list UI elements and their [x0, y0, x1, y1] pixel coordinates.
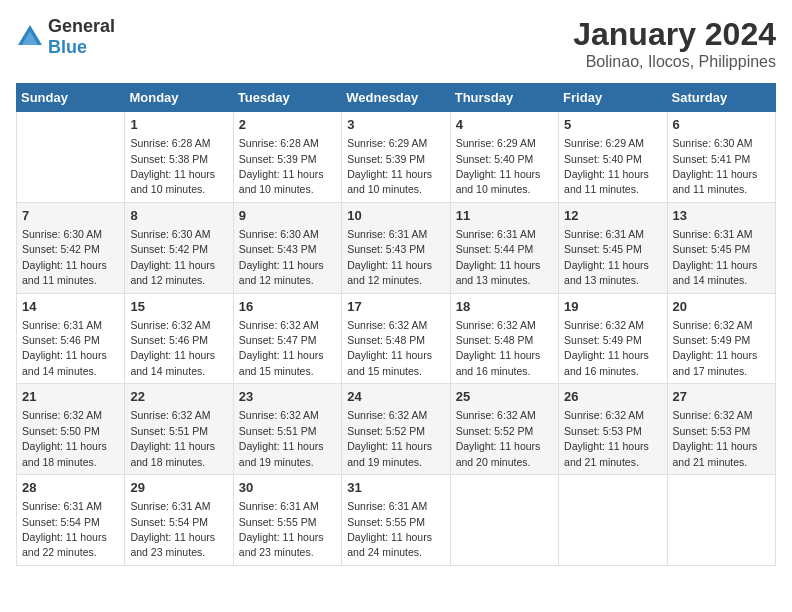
day-number: 23 — [239, 388, 336, 406]
day-number: 28 — [22, 479, 119, 497]
day-info: Sunrise: 6:31 AM Sunset: 5:44 PM Dayligh… — [456, 228, 541, 286]
day-number: 27 — [673, 388, 770, 406]
day-info: Sunrise: 6:31 AM Sunset: 5:54 PM Dayligh… — [22, 500, 107, 558]
day-info: Sunrise: 6:32 AM Sunset: 5:52 PM Dayligh… — [347, 409, 432, 467]
logo-blue: Blue — [48, 37, 87, 57]
day-info: Sunrise: 6:32 AM Sunset: 5:50 PM Dayligh… — [22, 409, 107, 467]
column-header-sunday: Sunday — [17, 84, 125, 112]
calendar-cell: 22Sunrise: 6:32 AM Sunset: 5:51 PM Dayli… — [125, 384, 233, 475]
day-number: 24 — [347, 388, 444, 406]
week-row-1: 1Sunrise: 6:28 AM Sunset: 5:38 PM Daylig… — [17, 112, 776, 203]
day-number: 22 — [130, 388, 227, 406]
calendar-cell — [450, 475, 558, 566]
day-number: 17 — [347, 298, 444, 316]
day-number: 11 — [456, 207, 553, 225]
calendar-cell: 27Sunrise: 6:32 AM Sunset: 5:53 PM Dayli… — [667, 384, 775, 475]
day-info: Sunrise: 6:29 AM Sunset: 5:40 PM Dayligh… — [456, 137, 541, 195]
main-title: January 2024 — [573, 16, 776, 53]
day-number: 3 — [347, 116, 444, 134]
day-number: 21 — [22, 388, 119, 406]
calendar-cell: 21Sunrise: 6:32 AM Sunset: 5:50 PM Dayli… — [17, 384, 125, 475]
logo-icon — [16, 23, 44, 51]
calendar-cell: 13Sunrise: 6:31 AM Sunset: 5:45 PM Dayli… — [667, 202, 775, 293]
calendar-cell: 8Sunrise: 6:30 AM Sunset: 5:42 PM Daylig… — [125, 202, 233, 293]
day-info: Sunrise: 6:31 AM Sunset: 5:45 PM Dayligh… — [564, 228, 649, 286]
day-info: Sunrise: 6:29 AM Sunset: 5:40 PM Dayligh… — [564, 137, 649, 195]
day-info: Sunrise: 6:28 AM Sunset: 5:39 PM Dayligh… — [239, 137, 324, 195]
logo-general: General — [48, 16, 115, 36]
column-header-tuesday: Tuesday — [233, 84, 341, 112]
day-number: 6 — [673, 116, 770, 134]
day-info: Sunrise: 6:29 AM Sunset: 5:39 PM Dayligh… — [347, 137, 432, 195]
week-row-2: 7Sunrise: 6:30 AM Sunset: 5:42 PM Daylig… — [17, 202, 776, 293]
calendar-cell: 26Sunrise: 6:32 AM Sunset: 5:53 PM Dayli… — [559, 384, 667, 475]
calendar-cell: 31Sunrise: 6:31 AM Sunset: 5:55 PM Dayli… — [342, 475, 450, 566]
week-row-4: 21Sunrise: 6:32 AM Sunset: 5:50 PM Dayli… — [17, 384, 776, 475]
day-number: 26 — [564, 388, 661, 406]
calendar-cell: 19Sunrise: 6:32 AM Sunset: 5:49 PM Dayli… — [559, 293, 667, 384]
day-info: Sunrise: 6:30 AM Sunset: 5:42 PM Dayligh… — [130, 228, 215, 286]
calendar-cell: 20Sunrise: 6:32 AM Sunset: 5:49 PM Dayli… — [667, 293, 775, 384]
day-info: Sunrise: 6:32 AM Sunset: 5:51 PM Dayligh… — [239, 409, 324, 467]
day-number: 18 — [456, 298, 553, 316]
day-info: Sunrise: 6:31 AM Sunset: 5:54 PM Dayligh… — [130, 500, 215, 558]
day-info: Sunrise: 6:32 AM Sunset: 5:49 PM Dayligh… — [564, 319, 649, 377]
header-row: SundayMondayTuesdayWednesdayThursdayFrid… — [17, 84, 776, 112]
calendar-cell: 30Sunrise: 6:31 AM Sunset: 5:55 PM Dayli… — [233, 475, 341, 566]
column-header-monday: Monday — [125, 84, 233, 112]
day-info: Sunrise: 6:31 AM Sunset: 5:45 PM Dayligh… — [673, 228, 758, 286]
day-info: Sunrise: 6:32 AM Sunset: 5:52 PM Dayligh… — [456, 409, 541, 467]
header: General Blue January 2024 Bolinao, Iloco… — [16, 16, 776, 71]
day-number: 9 — [239, 207, 336, 225]
day-number: 1 — [130, 116, 227, 134]
calendar-cell: 29Sunrise: 6:31 AM Sunset: 5:54 PM Dayli… — [125, 475, 233, 566]
day-number: 30 — [239, 479, 336, 497]
day-number: 31 — [347, 479, 444, 497]
calendar-cell: 16Sunrise: 6:32 AM Sunset: 5:47 PM Dayli… — [233, 293, 341, 384]
day-info: Sunrise: 6:32 AM Sunset: 5:46 PM Dayligh… — [130, 319, 215, 377]
day-info: Sunrise: 6:31 AM Sunset: 5:43 PM Dayligh… — [347, 228, 432, 286]
logo: General Blue — [16, 16, 115, 58]
calendar-cell: 11Sunrise: 6:31 AM Sunset: 5:44 PM Dayli… — [450, 202, 558, 293]
calendar-cell: 15Sunrise: 6:32 AM Sunset: 5:46 PM Dayli… — [125, 293, 233, 384]
day-info: Sunrise: 6:30 AM Sunset: 5:43 PM Dayligh… — [239, 228, 324, 286]
calendar-cell — [17, 112, 125, 203]
subtitle: Bolinao, Ilocos, Philippines — [573, 53, 776, 71]
calendar-cell: 17Sunrise: 6:32 AM Sunset: 5:48 PM Dayli… — [342, 293, 450, 384]
day-info: Sunrise: 6:32 AM Sunset: 5:49 PM Dayligh… — [673, 319, 758, 377]
calendar-cell: 4Sunrise: 6:29 AM Sunset: 5:40 PM Daylig… — [450, 112, 558, 203]
calendar-cell: 2Sunrise: 6:28 AM Sunset: 5:39 PM Daylig… — [233, 112, 341, 203]
day-number: 8 — [130, 207, 227, 225]
calendar-cell: 12Sunrise: 6:31 AM Sunset: 5:45 PM Dayli… — [559, 202, 667, 293]
calendar-cell: 5Sunrise: 6:29 AM Sunset: 5:40 PM Daylig… — [559, 112, 667, 203]
calendar-cell: 10Sunrise: 6:31 AM Sunset: 5:43 PM Dayli… — [342, 202, 450, 293]
day-info: Sunrise: 6:30 AM Sunset: 5:42 PM Dayligh… — [22, 228, 107, 286]
day-info: Sunrise: 6:32 AM Sunset: 5:51 PM Dayligh… — [130, 409, 215, 467]
day-info: Sunrise: 6:32 AM Sunset: 5:48 PM Dayligh… — [347, 319, 432, 377]
day-number: 13 — [673, 207, 770, 225]
day-info: Sunrise: 6:31 AM Sunset: 5:55 PM Dayligh… — [239, 500, 324, 558]
calendar-cell: 3Sunrise: 6:29 AM Sunset: 5:39 PM Daylig… — [342, 112, 450, 203]
calendar-cell: 7Sunrise: 6:30 AM Sunset: 5:42 PM Daylig… — [17, 202, 125, 293]
day-info: Sunrise: 6:32 AM Sunset: 5:48 PM Dayligh… — [456, 319, 541, 377]
day-number: 7 — [22, 207, 119, 225]
day-number: 5 — [564, 116, 661, 134]
calendar-cell: 23Sunrise: 6:32 AM Sunset: 5:51 PM Dayli… — [233, 384, 341, 475]
week-row-5: 28Sunrise: 6:31 AM Sunset: 5:54 PM Dayli… — [17, 475, 776, 566]
title-area: January 2024 Bolinao, Ilocos, Philippine… — [573, 16, 776, 71]
day-number: 2 — [239, 116, 336, 134]
calendar-table: SundayMondayTuesdayWednesdayThursdayFrid… — [16, 83, 776, 566]
calendar-cell — [559, 475, 667, 566]
day-info: Sunrise: 6:31 AM Sunset: 5:55 PM Dayligh… — [347, 500, 432, 558]
day-info: Sunrise: 6:32 AM Sunset: 5:47 PM Dayligh… — [239, 319, 324, 377]
day-info: Sunrise: 6:31 AM Sunset: 5:46 PM Dayligh… — [22, 319, 107, 377]
day-info: Sunrise: 6:32 AM Sunset: 5:53 PM Dayligh… — [564, 409, 649, 467]
day-info: Sunrise: 6:30 AM Sunset: 5:41 PM Dayligh… — [673, 137, 758, 195]
day-number: 4 — [456, 116, 553, 134]
column-header-saturday: Saturday — [667, 84, 775, 112]
calendar-cell — [667, 475, 775, 566]
calendar-cell: 14Sunrise: 6:31 AM Sunset: 5:46 PM Dayli… — [17, 293, 125, 384]
day-info: Sunrise: 6:28 AM Sunset: 5:38 PM Dayligh… — [130, 137, 215, 195]
day-number: 10 — [347, 207, 444, 225]
calendar-cell: 28Sunrise: 6:31 AM Sunset: 5:54 PM Dayli… — [17, 475, 125, 566]
